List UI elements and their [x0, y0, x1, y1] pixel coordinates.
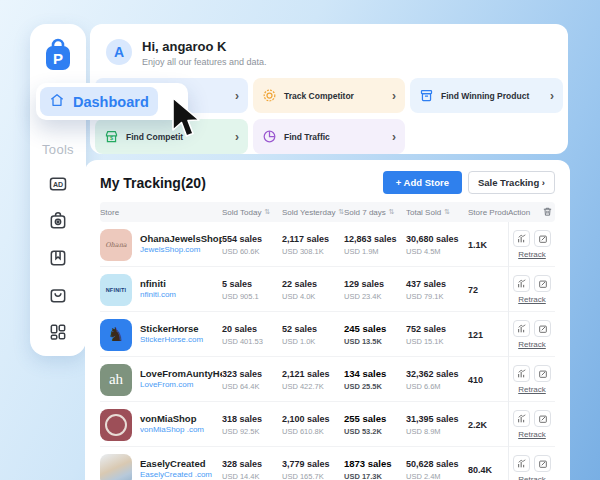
table-header: StoreSold Today⇅Sold Yesterday⇅Sold 7 da…	[100, 202, 555, 222]
analytics-icon[interactable]	[513, 275, 530, 292]
pie-icon	[262, 129, 277, 144]
analytics-icon[interactable]	[513, 455, 530, 472]
sort-icon[interactable]: ⇅	[444, 208, 450, 216]
table-row[interactable]: Ohana OhanaJewelsShop JewelsShop.com 554…	[100, 222, 555, 267]
store-products-cell: 2.2K	[468, 420, 508, 430]
product-research-icon[interactable]	[47, 210, 69, 232]
add-store-button[interactable]: + Add Store	[383, 171, 462, 194]
app-logo-icon[interactable]: P	[43, 38, 73, 72]
table-row[interactable]: EaselyCreated EaselyCreated .com 328 sal…	[100, 447, 555, 480]
sold-yesterday-cell: 2,121 sales USD 422.7K	[282, 369, 344, 391]
store-name: nfiniti	[140, 278, 176, 290]
sort-icon[interactable]: ⇅	[389, 208, 395, 216]
edit-icon[interactable]	[534, 275, 551, 292]
dashboard-nav-highlight[interactable]: Dashboard	[40, 87, 158, 116]
edit-icon[interactable]	[534, 455, 551, 472]
trash-icon[interactable]	[542, 206, 553, 219]
store-name: StickerHorse	[140, 323, 203, 335]
store-name: vonMiaShop	[140, 413, 204, 425]
avatar[interactable]: A	[106, 39, 132, 65]
library-icon[interactable]	[47, 247, 69, 269]
store-logo: ah	[100, 364, 132, 396]
feature-card-find-competit[interactable]: $Find Competit›	[95, 119, 248, 154]
table-body: Ohana OhanaJewelsShop JewelsShop.com 554…	[85, 222, 570, 480]
sold-7days-cell: 245 sales USD 13.5K	[344, 323, 406, 346]
chevron-right-icon: ›	[392, 130, 396, 144]
analytics-icon[interactable]	[513, 320, 530, 337]
shop-icon[interactable]	[47, 284, 69, 306]
edit-icon[interactable]	[534, 230, 551, 247]
sold-yesterday-cell: 2,117 sales USD 308.1K	[282, 234, 344, 256]
action-cell: Retrack	[508, 357, 555, 402]
retrack-link[interactable]: Retrack	[518, 430, 546, 439]
store-cell: Ohana OhanaJewelsShop JewelsShop.com	[100, 229, 222, 261]
store-products-cell: 1.1K	[468, 240, 508, 250]
feature-card-find-traffic[interactable]: Find Traffic›	[253, 119, 405, 154]
sale-tracking-button[interactable]: Sale Tracking ›	[468, 171, 555, 194]
feature-card-find-winning-product[interactable]: Find Winning Product›	[410, 78, 563, 113]
column-header-total-sold[interactable]: Total Sold⇅	[406, 208, 468, 217]
store-domain-link[interactable]: EaselyCreated .com	[140, 470, 212, 480]
store-logo: NFINITI	[100, 274, 132, 306]
column-header-sold-7-days[interactable]: Sold 7 days⇅	[344, 208, 406, 217]
dashboard-nav-item[interactable]: Dashboard	[36, 83, 188, 120]
analytics-icon[interactable]	[513, 410, 530, 427]
analytics-icon[interactable]	[513, 230, 530, 247]
tracking-panel: My Tracking(20) + Add Store Sale Trackin…	[85, 160, 570, 480]
sold-yesterday-cell: 2,100 sales USD 610.8K	[282, 414, 344, 436]
shop-dollar-icon: $	[104, 129, 119, 144]
feature-card-track-competitor[interactable]: Track Competitor›	[253, 78, 405, 113]
greeting-subtitle: Enjoy all our features and data.	[142, 57, 267, 67]
analytics-icon[interactable]	[513, 365, 530, 382]
column-header-sold-today[interactable]: Sold Today⇅	[222, 208, 282, 217]
store-logo: ♞	[100, 319, 132, 351]
retrack-link[interactable]: Retrack	[518, 385, 546, 394]
sold-yesterday-cell: 3,779 sales USD 165.7K	[282, 459, 344, 480]
store-domain-link[interactable]: JewelsShop.com	[140, 245, 222, 255]
action-cell: Retrack	[508, 447, 555, 480]
store-name: EaselyCreated	[140, 458, 212, 470]
sold-yesterday-cell: 52 sales USD 1.0K	[282, 324, 344, 346]
retrack-link[interactable]: Retrack	[518, 295, 546, 304]
sold-7days-cell: 255 sales USD 53.2K	[344, 413, 406, 436]
sidebar-tool-icons: AD	[47, 173, 69, 343]
table-row[interactable]: vonMiaShop vonMiaShop .com 318 sales USD…	[100, 402, 555, 447]
feature-card-label: Find Competit	[126, 132, 183, 142]
column-header-store: Store	[100, 208, 222, 217]
feature-card-label: Track Competitor	[284, 91, 354, 101]
column-header-sold-yesterday[interactable]: Sold Yesterday⇅	[282, 208, 344, 217]
action-cell: Retrack	[508, 222, 555, 267]
sidebar: P Tools AD	[30, 24, 86, 356]
chevron-right-icon: ›	[392, 89, 396, 103]
store-name: OhanaJewelsShop	[140, 233, 222, 245]
table-row[interactable]: ah LoveFromAuntyHelen LoveFrom.com 323 s…	[100, 357, 555, 402]
apps-icon[interactable]	[47, 321, 69, 343]
store-domain-link[interactable]: nfiniti.com	[140, 290, 176, 300]
chevron-right-icon: ›	[235, 130, 239, 144]
sort-icon[interactable]: ⇅	[264, 208, 270, 216]
table-row[interactable]: NFINITI nfiniti nfiniti.com 5 sales USD …	[100, 267, 555, 312]
store-products-cell: 410	[468, 375, 508, 385]
column-header-store-products: Store Products	[468, 208, 508, 217]
retrack-link[interactable]: Retrack	[518, 340, 546, 349]
store-domain-link[interactable]: vonMiaShop .com	[140, 425, 204, 435]
store-cell: vonMiaShop vonMiaShop .com	[100, 409, 222, 441]
table-row[interactable]: ♞ StickerHorse StickerHorse.com 20 sales…	[100, 312, 555, 357]
store-cell: NFINITI nfiniti nfiniti.com	[100, 274, 222, 306]
sold-today-cell: 323 sales USD 64.4K	[222, 369, 282, 391]
edit-icon[interactable]	[534, 320, 551, 337]
total-sold-cell: 752 sales USD 15.1K	[406, 324, 468, 346]
store-domain-link[interactable]: LoveFrom.com	[140, 380, 222, 390]
store-products-cell: 80.4K	[468, 465, 508, 475]
ads-icon[interactable]: AD	[47, 173, 69, 195]
store-domain-link[interactable]: StickerHorse.com	[140, 335, 203, 345]
store-logo: Ohana	[100, 229, 132, 261]
edit-icon[interactable]	[534, 365, 551, 382]
retrack-link[interactable]: Retrack	[518, 475, 546, 480]
sold-today-cell: 5 sales USD 905.1	[222, 279, 282, 301]
sold-7days-cell: 12,863 sales USD 1.9M	[344, 234, 406, 256]
svg-text:AD: AD	[53, 181, 63, 189]
edit-icon[interactable]	[534, 410, 551, 427]
action-cell: Retrack	[508, 312, 555, 357]
retrack-link[interactable]: Retrack	[518, 250, 546, 259]
